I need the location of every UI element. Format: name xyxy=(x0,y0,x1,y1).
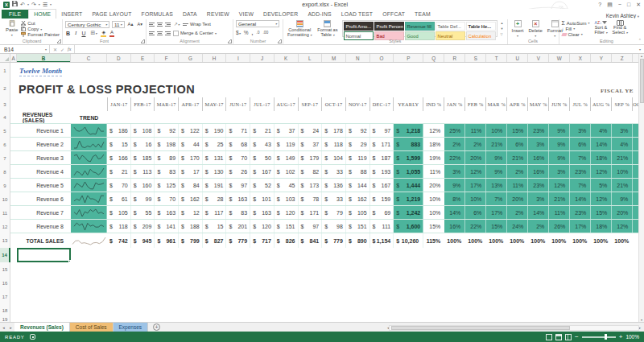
percent-style-icon[interactable]: % xyxy=(244,30,249,35)
pct-cell[interactable]: 11% xyxy=(465,124,486,138)
pct-cell[interactable]: 3% xyxy=(528,138,549,151)
cell[interactable]: $188 xyxy=(179,220,203,233)
total-trend-cell[interactable] xyxy=(71,233,107,248)
cell[interactable]: $799 xyxy=(179,233,203,248)
row-header-1[interactable]: 1 xyxy=(0,63,10,79)
pct-cell[interactable]: 17% xyxy=(465,179,486,192)
cell[interactable]: $105 xyxy=(346,206,370,220)
fill-color-icon[interactable]: ◈ xyxy=(101,30,106,37)
cell[interactable]: $50 xyxy=(250,151,275,165)
cell[interactable]: $70 xyxy=(155,192,179,206)
row-header-10[interactable]: 10 xyxy=(0,192,10,206)
cell[interactable]: $1,219 xyxy=(394,192,423,206)
pct-cell[interactable]: 26% xyxy=(549,220,570,233)
cell[interactable]: $160 xyxy=(131,179,155,192)
cell[interactable]: $120 xyxy=(275,206,299,220)
pct-cell[interactable]: 10% xyxy=(612,165,633,179)
cell[interactable]: $167 xyxy=(250,165,275,179)
pct-cell-cut[interactable] xyxy=(633,206,638,220)
pct-cell[interactable]: 12% xyxy=(591,192,612,206)
pct-cell[interactable]: 24% xyxy=(507,220,528,233)
cell[interactable]: $209 xyxy=(131,220,155,233)
cell[interactable]: $171 xyxy=(370,138,394,151)
alignment-dialog-launcher-icon[interactable] xyxy=(228,39,232,43)
cell[interactable]: $1,218 xyxy=(394,124,423,138)
cell[interactable]: $99 xyxy=(131,192,155,206)
cell[interactable]: $1,444 xyxy=(394,179,423,192)
cell[interactable]: $101 xyxy=(250,192,275,206)
formula-bar-expand-icon[interactable]: ▾ xyxy=(636,45,644,53)
ribbon-tab-developer[interactable]: DEVELOPER xyxy=(258,10,303,19)
cell[interactable]: $55 xyxy=(131,206,155,220)
column-header-p[interactable]: P xyxy=(394,54,423,62)
row-header-6[interactable]: 6 xyxy=(0,138,10,151)
ind-pct-cell[interactable]: 11% xyxy=(423,165,444,179)
pct-cell[interactable]: 21% xyxy=(507,151,528,165)
cell[interactable]: $159 xyxy=(370,192,394,206)
cell[interactable]: $717 xyxy=(250,233,275,248)
cell[interactable]: $82 xyxy=(299,165,323,179)
clipboard-dialog-launcher-icon[interactable] xyxy=(57,39,61,43)
style-item[interactable]: Table He... xyxy=(466,22,496,31)
insert-cells-button[interactable]: + Insert▾ xyxy=(510,20,526,37)
trend-cell[interactable] xyxy=(71,151,107,165)
find-select-button[interactable]: Find & Select ▾ xyxy=(611,20,630,37)
align-bottom-icon[interactable] xyxy=(165,23,171,27)
pct-cell[interactable]: 22% xyxy=(465,220,486,233)
pct-cell[interactable]: 9% xyxy=(549,151,570,165)
cell[interactable]: $187 xyxy=(370,151,394,165)
name-box[interactable]: B14▾ xyxy=(0,45,50,53)
cell[interactable]: $162 xyxy=(179,192,203,206)
borders-icon[interactable]: ⊞▾ xyxy=(90,29,98,37)
ribbon-tab-team[interactable]: TEAM xyxy=(410,10,436,19)
delete-cells-button[interactable]: × Delete▾ xyxy=(527,20,544,37)
pct-cell[interactable]: 12% xyxy=(549,179,570,192)
cell[interactable]: $92 xyxy=(346,124,370,138)
zoom-level[interactable]: 100% xyxy=(625,334,639,340)
zoom-out-icon[interactable]: − xyxy=(575,334,579,340)
cell[interactable]: $151 xyxy=(275,220,299,233)
style-item[interactable]: Table Def... xyxy=(436,22,465,31)
cell[interactable]: $151 xyxy=(346,220,370,233)
revenue-row-label[interactable]: Revenue 2 xyxy=(17,138,71,151)
sheet-tab-expenses[interactable]: Expenses xyxy=(114,323,149,332)
revenue-row-label[interactable]: Revenue 6 xyxy=(17,192,71,206)
row-header-14[interactable]: 14 xyxy=(0,248,10,262)
cell[interactable]: $52 xyxy=(250,179,275,192)
row-header-7[interactable]: 7 xyxy=(0,151,10,165)
column-header-z[interactable]: Z xyxy=(612,54,633,62)
column-header-partial[interactable] xyxy=(633,54,638,62)
column-header-u[interactable]: U xyxy=(507,54,528,62)
pct-cell[interactable]: 15% xyxy=(591,206,612,220)
cell[interactable]: $17 xyxy=(179,165,203,179)
cell[interactable]: $61 xyxy=(107,192,131,206)
column-header-q[interactable]: Q xyxy=(423,54,444,62)
cell[interactable]: $166 xyxy=(107,151,131,165)
cell[interactable]: $841 xyxy=(299,233,323,248)
pct-cell[interactable]: 22% xyxy=(444,151,465,165)
cell[interactable]: $201 xyxy=(226,220,250,233)
revenue-row-label[interactable]: Revenue 3 xyxy=(17,151,71,165)
italic-button[interactable]: I xyxy=(74,30,77,37)
row-header-12[interactable]: 12 xyxy=(0,220,10,233)
ribbon-display-options-icon[interactable]: ▤ xyxy=(607,1,613,8)
trend-cell[interactable] xyxy=(71,165,107,179)
column-header-h[interactable]: H xyxy=(203,54,227,62)
zoom-in-icon[interactable]: + xyxy=(619,334,623,340)
column-header-w[interactable]: W xyxy=(549,54,570,62)
pct-cell[interactable]: 5% xyxy=(591,179,612,192)
pct-cell[interactable]: 4% xyxy=(591,124,612,138)
ribbon-tab-review[interactable]: REVIEW xyxy=(202,10,234,19)
ind-pct-cell[interactable]: 19% xyxy=(423,151,444,165)
total-pct-cell[interactable]: 100% xyxy=(507,233,528,248)
pct-cell[interactable]: 2% xyxy=(444,138,465,151)
number-dialog-launcher-icon[interactable] xyxy=(278,39,282,43)
cell[interactable]: $131 xyxy=(203,151,227,165)
trend-cell[interactable] xyxy=(71,192,107,206)
column-header-y[interactable]: Y xyxy=(591,54,612,62)
pct-cell[interactable]: 9% xyxy=(444,179,465,192)
total-pct-cell[interactable]: 100% xyxy=(486,233,507,248)
cell[interactable]: $25 xyxy=(203,138,227,151)
cell[interactable]: $185 xyxy=(131,151,155,165)
merge-center-button[interactable]: Merge & Center▾ xyxy=(173,31,217,36)
